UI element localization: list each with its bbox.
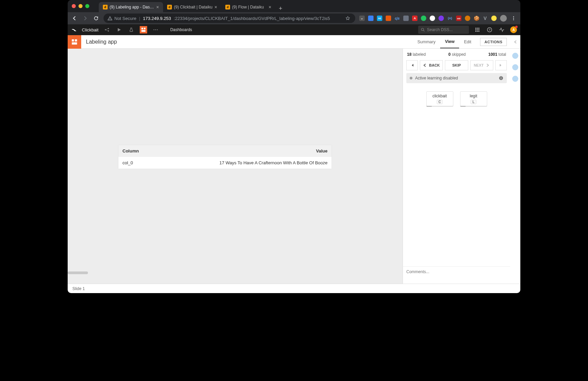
security-label: Not Secure	[114, 16, 136, 21]
lab-icon[interactable]	[128, 26, 135, 33]
ext-icon[interactable]	[465, 16, 470, 21]
back-icon[interactable]	[71, 15, 78, 22]
slide-indicator[interactable]: Slide 1	[72, 286, 85, 291]
url-path: :22334/projects/CLICKBAIT_1/dashboards/G…	[174, 16, 330, 21]
label-name: legit	[460, 94, 487, 98]
next-label: NEXT	[474, 63, 483, 67]
browser-tab[interactable]: d (9) Labeling app - Dashboard ×	[99, 2, 163, 12]
last-button[interactable]	[495, 60, 507, 70]
ext-icon[interactable]: cjs	[394, 16, 400, 21]
first-button[interactable]	[406, 60, 418, 70]
svg-point-14	[422, 28, 424, 31]
ext-icon[interactable]: HI	[377, 16, 382, 21]
star-icon[interactable]	[344, 15, 351, 22]
skip-label: SKIP	[452, 63, 461, 67]
next-button[interactable]: NEXT	[470, 60, 493, 70]
profile-avatar[interactable]	[500, 15, 507, 22]
svg-rect-26	[72, 39, 74, 41]
ext-icon[interactable]	[421, 16, 426, 21]
total-count: 1001	[488, 52, 497, 57]
al-status-text: Active learning disabled	[415, 76, 458, 80]
apps-icon[interactable]	[474, 26, 481, 33]
url-host: 173.249.9.253	[143, 16, 171, 21]
user-avatar[interactable]: A	[510, 26, 517, 33]
ext-icon[interactable]	[430, 16, 435, 21]
insecure-icon: Not Secure	[108, 16, 136, 21]
project-name[interactable]: Clickbait	[82, 27, 98, 32]
ext-icon[interactable]	[438, 16, 444, 21]
breadcrumb[interactable]: Dashboards	[170, 27, 192, 32]
ext-icon[interactable]: V	[482, 16, 488, 21]
collapse-icon[interactable]	[511, 35, 520, 49]
actions-button[interactable]: ACTIONS	[480, 38, 507, 46]
labeling-panel: 18 labeled 0 skipped 1001 total BACK SKI…	[403, 49, 510, 284]
tab-view[interactable]: View	[440, 35, 459, 48]
side-chat-icon[interactable]	[512, 76, 518, 82]
side-info-icon[interactable]	[512, 64, 518, 70]
ext-icon[interactable]: 🍪	[474, 16, 479, 21]
forward-icon	[82, 15, 89, 22]
window-zoom[interactable]	[85, 4, 89, 8]
browser-tab[interactable]: d (9) Clickbait | Dataiku ×	[163, 2, 221, 12]
col-header: Value	[156, 145, 332, 157]
status-dot-icon	[410, 77, 412, 79]
side-add-icon[interactable]	[512, 53, 518, 59]
close-icon[interactable]: ×	[156, 5, 159, 9]
label-name: clickbait	[427, 94, 453, 98]
activity-icon[interactable]	[498, 26, 505, 33]
ext-icon[interactable]	[491, 16, 497, 21]
ext-icon[interactable]: uo	[456, 16, 461, 21]
skip-button[interactable]: SKIP	[445, 60, 468, 70]
favicon-icon: d	[167, 5, 172, 9]
search-input[interactable]: Search DSS...	[418, 26, 469, 34]
close-icon[interactable]: ×	[269, 5, 271, 9]
dataiku-logo-icon[interactable]	[71, 27, 77, 33]
svg-point-7	[108, 30, 109, 32]
window-minimize[interactable]	[78, 4, 83, 8]
window-close[interactable]	[72, 4, 76, 8]
search-icon	[421, 28, 425, 32]
svg-rect-1	[110, 19, 110, 20]
label-button-legit[interactable]: legit L	[460, 91, 487, 106]
ext-icon[interactable]: ⌄	[359, 16, 365, 21]
record-card: Column Value col_0 17 Ways To Have A Cra…	[118, 145, 332, 169]
info-icon[interactable]: i	[499, 76, 503, 80]
svg-text:?: ?	[489, 28, 491, 31]
svg-rect-15	[475, 28, 476, 29]
comments-input[interactable]	[403, 267, 510, 282]
address-bar[interactable]: Not Secure | 173.249.9.253:22334/project…	[104, 14, 355, 23]
flow-icon[interactable]	[103, 26, 111, 33]
svg-rect-21	[475, 31, 476, 32]
svg-rect-18	[475, 29, 476, 30]
browser-tab[interactable]: d (9) Flow | Dataiku ×	[221, 2, 275, 12]
play-icon[interactable]	[115, 26, 123, 33]
scrollbar-horizontal[interactable]	[68, 271, 88, 274]
label-hotkey: L	[471, 100, 476, 104]
labeled-label: labeled	[413, 52, 426, 57]
ext-icon[interactable]	[368, 16, 374, 21]
active-learning-status: Active learning disabled i	[406, 73, 507, 83]
svg-rect-9	[144, 28, 145, 29]
tab-edit[interactable]: Edit	[459, 35, 476, 48]
ext-icon[interactable]: A	[412, 16, 417, 21]
new-tab-button[interactable]: +	[275, 5, 286, 12]
back-button[interactable]: BACK	[420, 60, 443, 70]
favicon-icon: d	[103, 5, 108, 9]
reload-icon[interactable]	[93, 15, 99, 22]
close-icon[interactable]: ×	[214, 5, 217, 9]
ext-icon[interactable]	[403, 16, 409, 21]
kebab-icon[interactable]	[510, 15, 517, 22]
dashboard-icon[interactable]	[140, 26, 147, 33]
help-icon[interactable]: ?	[486, 26, 493, 33]
ext-icon[interactable]	[386, 16, 391, 21]
svg-point-11	[154, 29, 155, 30]
page-title: Labeling app	[81, 39, 117, 45]
label-button-clickbait[interactable]: clickbait C	[426, 91, 453, 106]
dashboard-canvas[interactable]: Column Value col_0 17 Ways To Have A Cra…	[68, 49, 403, 284]
more-icon[interactable]	[152, 26, 159, 33]
svg-rect-20	[478, 29, 479, 30]
tab-summary[interactable]: Summary	[413, 35, 440, 48]
ext-icon[interactable]: (A)	[447, 16, 453, 21]
tab-title: (9) Labeling app - Dashboard	[110, 5, 154, 9]
dashboard-glyph-icon	[68, 35, 81, 49]
